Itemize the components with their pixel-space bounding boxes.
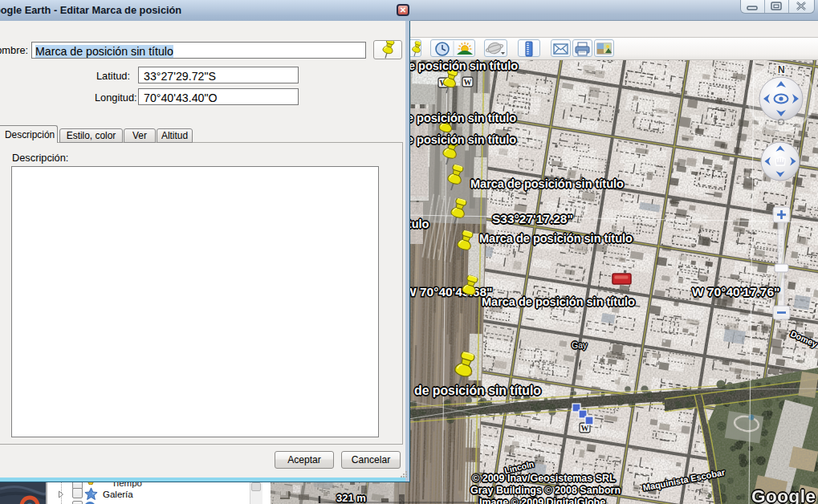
svg-text:W: W xyxy=(464,78,472,87)
svg-text:W 70°40'43.68": W 70°40'43.68" xyxy=(405,285,492,299)
svg-text:N: N xyxy=(778,64,785,75)
